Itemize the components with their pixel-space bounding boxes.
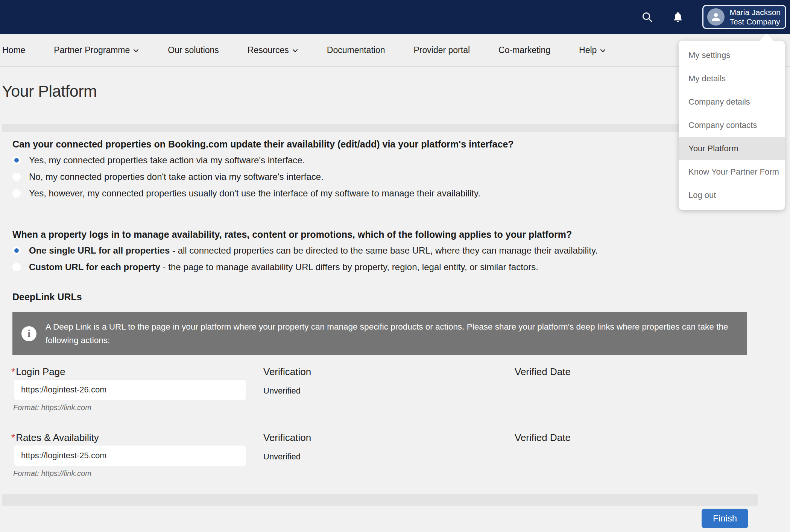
required-asterisk: * (11, 432, 15, 443)
chevron-down-icon (133, 47, 139, 54)
your-platform-page: Maria Jackson Test Company Home Partner … (0, 0, 790, 532)
nav-item-resources[interactable]: Resources (248, 45, 298, 55)
verification-column-header: Verification (263, 432, 311, 444)
verification-status: Unverified (263, 452, 301, 462)
menu-item-your-platform[interactable]: Your Platform (679, 137, 785, 160)
nav-item-documentation[interactable]: Documentation (327, 45, 385, 55)
radio-option-yes-interface[interactable]: Yes, my connected properties take action… (12, 154, 757, 166)
notifications-bell-icon[interactable] (672, 11, 684, 23)
format-hint: Format: https://link.com (13, 403, 91, 412)
nav-item-help[interactable]: Help (579, 45, 606, 55)
question-text: When a property logs in to manage availa… (12, 229, 757, 240)
nav-item-home[interactable]: Home (2, 45, 25, 55)
radio-button[interactable] (12, 189, 21, 198)
radio-button-selected[interactable] (12, 246, 21, 255)
main-navigation: Home Partner Programme Our solutions Res… (0, 34, 790, 67)
required-asterisk: * (11, 366, 15, 377)
question-interface-availability: Can your connected properties on Booking… (12, 138, 757, 199)
menu-item-know-your-partner-form[interactable]: Know Your Partner Form (679, 160, 785, 184)
format-hint: Format: https://link.com (13, 469, 91, 478)
info-banner-text: A Deep Link is a URL to the page in your… (46, 320, 734, 347)
user-identity: Maria Jackson Test Company (730, 8, 781, 26)
top-header-bar: Maria Jackson Test Company (0, 0, 790, 34)
menu-item-company-details[interactable]: Company details (679, 90, 785, 114)
user-account-dropdown: My settings My details Company details C… (679, 41, 785, 210)
login-page-url-input[interactable] (13, 379, 246, 400)
radio-button[interactable] (12, 173, 21, 181)
field-row-rates-availability: *Rates & Availability Format: https://li… (0, 432, 790, 481)
user-name: Maria Jackson (730, 8, 781, 17)
radio-button-selected[interactable] (12, 156, 21, 164)
user-company: Test Company (730, 17, 781, 26)
rates-availability-url-input[interactable] (13, 445, 246, 466)
radio-option-custom-url[interactable]: Custom URL for each property - the page … (12, 261, 757, 273)
deeplink-urls-heading: DeepLink URLs (12, 292, 82, 302)
verification-column-header: Verification (263, 366, 311, 378)
radio-option-yes-however[interactable]: Yes, however, my connected properties us… (12, 187, 757, 199)
person-icon (710, 11, 722, 23)
radio-option-no-interface[interactable]: No, my connected properties don't take a… (12, 171, 757, 183)
menu-item-company-contacts[interactable]: Company contacts (679, 114, 785, 137)
divider-band-bottom (2, 494, 758, 506)
question-platform-url: When a property logs in to manage availa… (12, 229, 757, 273)
field-row-login-page: *Login Page Format: https://link.com Ver… (0, 366, 790, 415)
nav-item-our-solutions[interactable]: Our solutions (168, 45, 219, 55)
user-account-button[interactable]: Maria Jackson Test Company (702, 5, 786, 29)
radio-option-single-url[interactable]: One single URL for all properties - all … (12, 245, 757, 257)
nav-item-co-marketing[interactable]: Co-marketing (498, 45, 550, 55)
header-actions: Maria Jackson Test Company (641, 0, 786, 34)
info-icon: i (21, 326, 36, 341)
menu-item-my-details[interactable]: My details (679, 67, 785, 90)
nav-item-partner-programme[interactable]: Partner Programme (54, 45, 139, 55)
divider-band-top (2, 124, 758, 132)
radio-button[interactable] (12, 263, 21, 271)
chevron-down-icon (600, 47, 606, 54)
verification-status: Unverified (263, 386, 301, 396)
question-text: Can your connected properties on Booking… (12, 138, 757, 150)
finish-button[interactable]: Finish (702, 509, 748, 528)
verified-date-column-header: Verified Date (515, 432, 571, 444)
page-title: Your Platform (2, 82, 97, 100)
menu-item-log-out[interactable]: Log out (679, 184, 785, 207)
avatar (707, 8, 725, 26)
verified-date-column-header: Verified Date (515, 366, 571, 378)
field-label: *Login Page (11, 366, 65, 378)
field-label: *Rates & Availability (11, 432, 99, 444)
chevron-down-icon (292, 47, 298, 54)
deeplink-info-banner: i A Deep Link is a URL to the page in yo… (12, 312, 747, 355)
menu-item-my-settings[interactable]: My settings (679, 44, 785, 67)
nav-item-provider-portal[interactable]: Provider portal (413, 45, 470, 55)
search-icon[interactable] (641, 11, 653, 23)
